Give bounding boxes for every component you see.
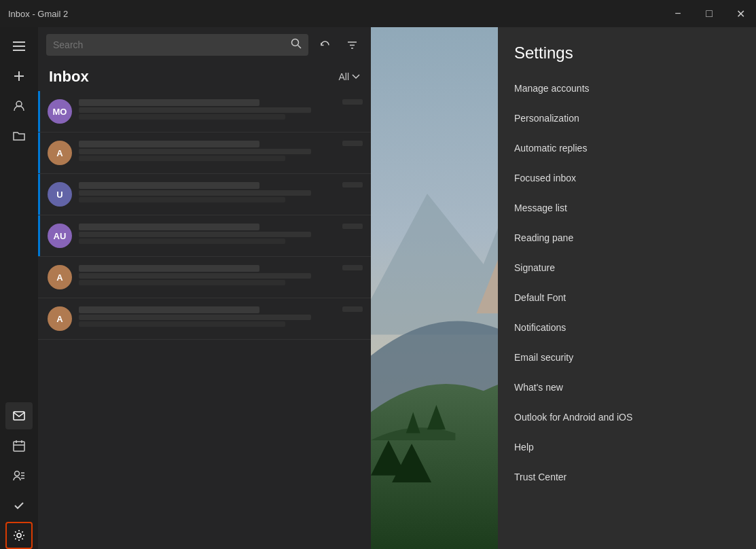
settings-item-reading-pane[interactable]: Reading pane <box>498 223 756 253</box>
email-preview <box>79 238 285 244</box>
settings-item-help[interactable]: Help <box>498 432 756 462</box>
title-bar-controls: − □ ✕ <box>662 0 756 27</box>
email-meta <box>342 182 363 188</box>
inbox-filter[interactable]: All <box>338 71 360 82</box>
email-time <box>342 265 363 270</box>
email-preview <box>79 156 285 161</box>
settings-title: Settings <box>498 27 756 73</box>
settings-item-whats-new[interactable]: What's new <box>498 372 756 402</box>
email-meta <box>342 99 363 105</box>
email-meta <box>342 224 363 229</box>
tasks-icon[interactable] <box>5 492 33 519</box>
people-icon[interactable] <box>5 92 33 120</box>
email-preview <box>79 280 285 285</box>
email-subject <box>79 107 311 113</box>
settings-item-email-security[interactable]: Email security <box>498 342 756 372</box>
mail-icon[interactable] <box>5 402 33 429</box>
email-list-item[interactable]: A <box>38 298 371 340</box>
compose-icon[interactable] <box>5 63 33 90</box>
settings-icon[interactable] <box>5 522 33 549</box>
settings-item-manage-accounts[interactable]: Manage accounts <box>498 73 756 103</box>
window-title: Inbox - Gmail 2 <box>8 9 68 19</box>
svg-point-11 <box>15 472 20 476</box>
email-content <box>79 265 337 285</box>
search-bar <box>38 27 371 63</box>
filter-label: All <box>338 71 349 82</box>
svg-line-17 <box>298 46 302 49</box>
settings-item-focused-inbox[interactable]: Focused inbox <box>498 163 756 193</box>
settings-item-notifications[interactable]: Notifications <box>498 313 756 342</box>
svg-rect-2 <box>13 50 25 51</box>
email-time <box>342 141 363 146</box>
email-sender <box>79 265 259 272</box>
folder-icon[interactable] <box>5 122 33 149</box>
email-sender <box>79 99 259 106</box>
settings-panel: Settings Manage accountsPersonalizationA… <box>498 27 756 549</box>
email-sender <box>79 141 259 147</box>
close-button[interactable]: ✕ <box>725 0 756 27</box>
calendar-icon[interactable] <box>5 432 33 459</box>
svg-rect-7 <box>14 442 24 451</box>
title-bar-left: Inbox - Gmail 2 <box>0 9 68 19</box>
email-subject <box>79 190 311 196</box>
avatar: A <box>48 265 72 289</box>
filter-button[interactable] <box>341 34 363 56</box>
svg-rect-6 <box>14 412 24 420</box>
contacts-icon[interactable] <box>5 462 33 489</box>
settings-item-message-list[interactable]: Message list <box>498 193 756 223</box>
title-bar: Inbox - Gmail 2 − □ ✕ <box>0 0 756 27</box>
avatar: A <box>48 306 72 331</box>
search-input-wrapper[interactable] <box>46 34 308 56</box>
svg-rect-1 <box>13 46 25 47</box>
email-sender <box>79 306 259 313</box>
email-meta <box>342 265 363 270</box>
settings-item-outlook-mobile[interactable]: Outlook for Android and iOS <box>498 402 756 432</box>
email-list-item[interactable]: AU <box>38 215 371 257</box>
email-content <box>79 224 337 244</box>
email-time <box>342 224 363 229</box>
minimize-button[interactable]: − <box>662 0 694 27</box>
hamburger-menu-icon[interactable] <box>5 33 33 60</box>
email-list-item[interactable]: U <box>38 174 371 215</box>
settings-item-automatic-replies[interactable]: Automatic replies <box>498 133 756 163</box>
email-content <box>79 182 337 202</box>
settings-items-list: Manage accountsPersonalizationAutomatic … <box>498 73 756 492</box>
avatar: U <box>48 182 72 207</box>
settings-item-default-font[interactable]: Default Font <box>498 283 756 313</box>
avatar: MO <box>48 99 72 124</box>
email-time <box>342 182 363 188</box>
email-preview <box>79 114 285 120</box>
svg-rect-0 <box>13 41 25 43</box>
email-content <box>79 141 337 161</box>
email-content <box>79 306 337 327</box>
svg-point-16 <box>292 39 299 46</box>
nav-sidebar <box>0 27 38 549</box>
email-subject <box>79 232 311 237</box>
avatar: A <box>48 141 72 165</box>
email-subject <box>79 149 311 154</box>
email-subject <box>79 315 311 320</box>
email-panel: Inbox All MO A <box>38 27 371 549</box>
email-subject <box>79 273 311 279</box>
email-time <box>342 306 363 312</box>
avatar: AU <box>48 224 72 248</box>
email-preview <box>79 321 285 327</box>
email-meta <box>342 306 363 312</box>
search-button[interactable] <box>291 38 302 52</box>
email-list-item[interactable]: A <box>38 257 371 298</box>
email-list-item[interactable]: MO <box>38 91 371 132</box>
settings-item-signature[interactable]: Signature <box>498 253 756 283</box>
email-sender <box>79 224 259 230</box>
maximize-button[interactable]: □ <box>694 0 725 27</box>
search-input[interactable] <box>53 39 291 50</box>
inbox-title: Inbox <box>49 68 89 86</box>
email-content <box>79 99 337 120</box>
refresh-button[interactable] <box>314 34 336 56</box>
settings-item-trust-center[interactable]: Trust Center <box>498 462 756 492</box>
email-preview <box>79 197 285 202</box>
settings-item-personalization[interactable]: Personalization <box>498 103 756 133</box>
email-meta <box>342 141 363 146</box>
email-time <box>342 99 363 105</box>
email-sender <box>79 182 259 189</box>
email-list-item[interactable]: A <box>38 132 371 174</box>
